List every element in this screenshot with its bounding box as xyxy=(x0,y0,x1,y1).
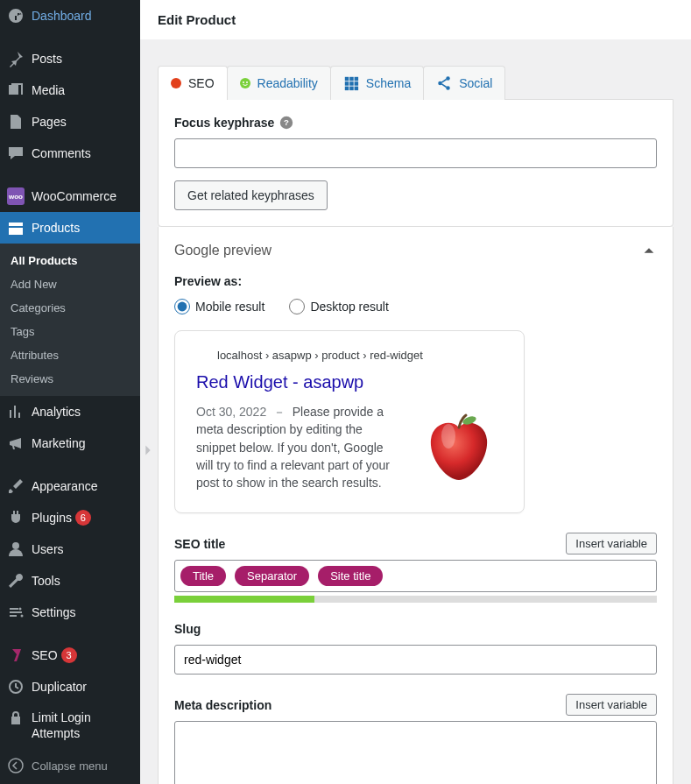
serp-preview-card[interactable]: localhost › asapwp › product › red-widge… xyxy=(174,330,525,513)
svg-rect-13 xyxy=(345,87,349,91)
help-icon[interactable]: ? xyxy=(279,116,293,130)
share-icon xyxy=(436,75,452,91)
settings-icon xyxy=(7,604,25,621)
serp-description: Oct 30, 2022 － Please provide a meta des… xyxy=(196,403,399,491)
sidebar-item-marketing[interactable]: Marketing xyxy=(0,427,140,459)
sidebar-label: Pages xyxy=(32,115,67,129)
serp-thumbnail xyxy=(415,403,503,491)
sidebar-label: Limit Login Attempts xyxy=(32,710,133,741)
sidebar-item-appearance[interactable]: Appearance xyxy=(0,470,140,502)
tab-social[interactable]: Social xyxy=(423,66,505,100)
sidebar-item-pages[interactable]: Pages xyxy=(0,106,140,138)
sidebar-item-comments[interactable]: Comments xyxy=(0,138,140,169)
tab-readability[interactable]: Readability xyxy=(227,66,331,100)
page-icon xyxy=(7,113,25,131)
seo-title-label: SEO title xyxy=(174,537,225,551)
sidebar-item-limit-login[interactable]: Limit Login Attempts xyxy=(0,703,140,748)
chevron-up-icon[interactable] xyxy=(641,243,657,258)
sidebar-item-dashboard[interactable]: Dashboard xyxy=(0,0,140,32)
page-title: Edit Product xyxy=(140,0,691,39)
metabox-toggle-arrow-icon[interactable] xyxy=(140,442,156,458)
products-submenu: All Products Add New Categories Tags Att… xyxy=(0,244,140,396)
submenu-reviews[interactable]: Reviews xyxy=(0,367,140,391)
desktop-radio-label[interactable]: Desktop result xyxy=(289,299,388,314)
submenu-attributes[interactable]: Attributes xyxy=(0,343,140,367)
dashboard-icon xyxy=(7,7,25,25)
sidebar-label: Media xyxy=(32,83,65,97)
plugins-badge: 6 xyxy=(75,510,91,526)
pill-separator[interactable]: Separator xyxy=(235,566,309,586)
svg-point-22 xyxy=(441,424,455,449)
meta-description-label: Meta description xyxy=(174,698,271,712)
tab-seo[interactable]: SEO xyxy=(158,66,228,100)
mobile-radio[interactable] xyxy=(174,299,190,314)
pill-title[interactable]: Title xyxy=(180,566,226,586)
sidebar-label: WooCommerce xyxy=(32,189,116,203)
svg-point-4 xyxy=(9,759,23,773)
sidebar-label: Appearance xyxy=(32,479,98,493)
sidebar-label: Plugins xyxy=(32,511,72,525)
svg-rect-7 xyxy=(345,77,349,81)
collapse-icon xyxy=(7,757,25,774)
seo-title-progress xyxy=(174,596,657,603)
meta-insert-variable-button[interactable]: Insert variable xyxy=(566,694,657,716)
sidebar-item-analytics[interactable]: Analytics xyxy=(0,396,140,427)
duplicator-icon xyxy=(7,678,25,696)
readability-status-dot-icon xyxy=(240,78,250,88)
tab-schema[interactable]: Schema xyxy=(330,66,424,100)
plug-icon xyxy=(7,509,25,526)
products-icon xyxy=(7,219,25,237)
svg-point-0 xyxy=(12,542,19,549)
desktop-radio[interactable] xyxy=(289,299,305,314)
focus-keyphrase-panel: Focus keyphrase ? Get related keyphrases xyxy=(158,99,673,227)
sidebar-item-seo[interactable]: SEO 3 xyxy=(0,639,140,671)
brush-icon xyxy=(7,477,25,495)
serp-title: Red Widget - asapwp xyxy=(196,372,503,392)
sidebar-label: Analytics xyxy=(32,405,81,419)
sidebar-item-users[interactable]: Users xyxy=(0,533,140,565)
sidebar-item-posts[interactable]: Posts xyxy=(0,43,140,74)
preview-as-label: Preview as: xyxy=(174,274,242,288)
sidebar-item-woocommerce[interactable]: woo WooCommerce xyxy=(0,180,140,212)
submenu-all-products[interactable]: All Products xyxy=(0,249,140,272)
sidebar-item-duplicator[interactable]: Duplicator xyxy=(0,671,140,703)
serp-breadcrumb: localhost › asapwp › product › red-widge… xyxy=(217,349,503,362)
focus-keyphrase-input[interactable] xyxy=(174,138,657,168)
svg-point-6 xyxy=(246,81,248,83)
analytics-icon xyxy=(7,403,25,420)
schema-icon xyxy=(343,75,359,91)
svg-rect-8 xyxy=(349,77,354,81)
google-preview-panel: Google preview Preview as: Mobile result… xyxy=(158,227,673,784)
pill-site-title[interactable]: Site title xyxy=(318,566,383,586)
mobile-radio-label[interactable]: Mobile result xyxy=(174,299,264,314)
seo-title-insert-variable-button[interactable]: Insert variable xyxy=(566,533,657,554)
seo-badge: 3 xyxy=(61,647,77,663)
sidebar-item-products[interactable]: Products xyxy=(0,212,140,244)
slug-input[interactable] xyxy=(174,645,657,675)
section-title[interactable]: Google preview xyxy=(174,243,271,258)
sidebar-label: Users xyxy=(32,542,64,556)
sidebar-label: Posts xyxy=(32,52,62,66)
wrench-icon xyxy=(7,572,25,590)
sidebar-item-plugins[interactable]: Plugins 6 xyxy=(0,502,140,533)
meta-description-input[interactable] xyxy=(174,721,657,784)
submenu-categories[interactable]: Categories xyxy=(0,296,140,320)
woocommerce-icon: woo xyxy=(7,187,25,205)
submenu-tags[interactable]: Tags xyxy=(0,320,140,343)
sidebar-item-settings[interactable]: Settings xyxy=(0,597,140,628)
main-content: Edit Product SEO Readability Schema xyxy=(140,0,691,784)
svg-rect-14 xyxy=(349,87,354,91)
svg-rect-10 xyxy=(345,81,349,86)
sidebar-item-media[interactable]: Media xyxy=(0,74,140,106)
sidebar-item-tools[interactable]: Tools xyxy=(0,565,140,597)
svg-rect-9 xyxy=(354,77,358,81)
slug-label: Slug xyxy=(174,622,201,636)
submenu-add-new[interactable]: Add New xyxy=(0,272,140,296)
user-icon xyxy=(7,540,25,558)
svg-rect-11 xyxy=(349,81,354,86)
seo-status-dot-icon xyxy=(171,78,181,88)
sidebar-label: Products xyxy=(32,221,80,235)
get-related-keyphrases-button[interactable]: Get related keyphrases xyxy=(174,180,328,210)
collapse-menu[interactable]: Collapse menu xyxy=(0,748,140,783)
seo-title-input[interactable]: Title Separator Site title xyxy=(174,560,657,592)
